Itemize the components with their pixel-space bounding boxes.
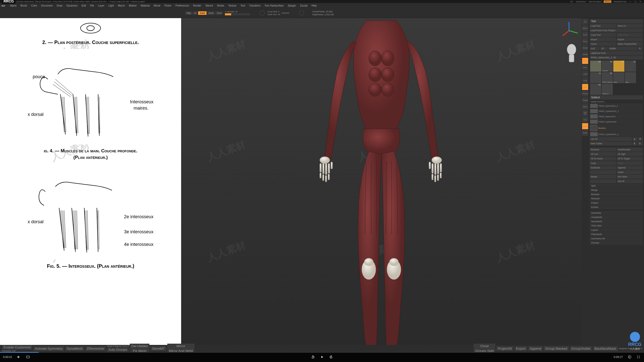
tool-thumb[interactable]: 13 — [590, 72, 601, 83]
menu-light[interactable]: Light — [107, 4, 115, 8]
current-tool[interactable]: PM3D_Sphere3D1_2. 50 — [590, 56, 643, 60]
tool-linefill[interactable]: Line Fill — [582, 110, 588, 116]
rename-btn[interactable]: Rename — [590, 148, 616, 152]
play-btn[interactable] — [319, 354, 325, 359]
preview-section[interactable]: Preview — [590, 241, 643, 245]
dynamic-toggle[interactable]: Dynamic — [281, 12, 289, 14]
boolean-section[interactable]: Boolean — [590, 192, 643, 196]
window-min-icon[interactable]: — — [629, 1, 632, 3]
geometry-section[interactable]: Geometry — [590, 211, 643, 215]
nav-cube[interactable] — [559, 21, 579, 41]
menu-tool[interactable]: Tool — [239, 4, 247, 8]
default-zscript[interactable]: DefaultZScript — [613, 1, 627, 3]
zremesher-btn[interactable]: ZRemesher — [85, 346, 106, 351]
menu-movie[interactable]: Movie — [152, 4, 162, 8]
menu-zscript[interactable]: Zscript — [298, 4, 309, 8]
zsub-mode[interactable]: Zsub — [207, 11, 215, 15]
nav-fwd-icon[interactable]: ▶ — [4, 4, 6, 7]
merge-section[interactable]: Merge — [590, 188, 643, 192]
storemt-btn[interactable]: StoreMT — [150, 346, 166, 351]
folder-icon[interactable] — [590, 125, 597, 131]
tool-lsym[interactable]: L.Sym — [582, 71, 588, 77]
tool-actual[interactable]: Actual — [582, 45, 588, 51]
menu-preferences[interactable]: Preferences — [174, 4, 190, 8]
geometryhd-section[interactable]: Geometry HD — [590, 237, 643, 241]
skip-fwd-btn[interactable]: 30 — [329, 354, 334, 359]
copy-subtool-btn[interactable]: Copy — [590, 161, 616, 165]
volume-icon[interactable] — [16, 354, 21, 359]
subtool-item[interactable]: PM3D_Cylinder3D1_2 — [590, 132, 643, 137]
zintensity-slider[interactable] — [225, 13, 250, 15]
tool-zoom[interactable]: Zoom — [582, 38, 588, 44]
tool-thumb[interactable]: Base — [625, 72, 636, 83]
menu-layer[interactable]: Layer — [97, 4, 106, 8]
tool-persp[interactable]: Persp — [582, 58, 588, 64]
menu-zplugin[interactable]: Zplugin — [286, 4, 298, 8]
tool-thumb[interactable]: R2Simple8 — [613, 61, 624, 72]
zadd-mode[interactable]: Zadd — [198, 11, 207, 15]
alltotarget-btn[interactable]: All To Target — [617, 157, 643, 161]
tool-lock[interactable]: Lock — [582, 77, 588, 83]
zcut-mode[interactable]: Zcut — [216, 11, 223, 15]
menu-macro[interactable]: Macro — [116, 4, 127, 8]
folder-down-icon[interactable]: ⬇ — [638, 142, 643, 146]
menu-stroke[interactable]: Stroke — [215, 4, 226, 8]
append-btn[interactable]: Append — [617, 166, 643, 170]
export-bottom-btn[interactable]: Export — [514, 346, 527, 351]
tool-3d[interactable]: 3D — [582, 19, 588, 25]
listall-up-icon[interactable]: ▲ — [632, 137, 637, 141]
subtool-item[interactable]: PM3D_Sphere3D1 — [590, 114, 643, 119]
menu-help[interactable]: Help — [310, 4, 318, 8]
resolution-value[interactable]: 120 — [12, 350, 15, 352]
backfacemask-btn[interactable]: BackfaceMask — [593, 346, 618, 351]
mirror-btn[interactable]: Mirror — [167, 344, 194, 348]
paste-subtool-btn[interactable]: Paste — [617, 161, 643, 165]
goz-btn[interactable]: GoZ — [590, 47, 600, 51]
tool-thumb[interactable]: R2Cylinder — [602, 61, 613, 72]
thickskin-section[interactable]: Thick Skin — [590, 224, 643, 228]
load-project-btn[interactable]: Load Tools From Project — [590, 28, 643, 32]
tool-thumb[interactable]: 13 — [625, 61, 636, 72]
tool-transp[interactable]: Transp — [582, 97, 588, 103]
tool-thumb[interactable]: R2PM3D_Sphere3 — [602, 72, 613, 83]
target-poly-value[interactable]: 5 — [128, 345, 129, 347]
save-as-btn[interactable]: Save As — [617, 24, 643, 28]
menu-stencil[interactable]: Stencil — [204, 4, 214, 8]
menu-brush[interactable]: Brush — [19, 4, 29, 8]
brush-icon[interactable] — [260, 11, 265, 16]
menu-edit[interactable]: Edit — [80, 4, 87, 8]
alllow-btn[interactable]: All Low — [590, 152, 616, 156]
listall-down-icon[interactable]: ▼ — [638, 137, 643, 141]
delhidden-btn[interactable]: Del Hidden — [130, 344, 149, 348]
export-btn[interactable]: Export — [617, 37, 643, 41]
menu-texture[interactable]: Texture — [227, 4, 238, 8]
fibermesh-section[interactable]: FiberMesh — [590, 232, 643, 236]
tool-pframe[interactable]: PFrame — [582, 90, 588, 97]
autogroups-btn[interactable]: Auto Groups — [107, 347, 129, 352]
skip-back-btn[interactable]: 10 — [310, 354, 315, 359]
autoreorder-btn[interactable]: AutoReorder — [617, 148, 643, 152]
append-bottom-btn[interactable]: Append — [528, 346, 543, 351]
menu-hardsurface[interactable]: Tom Hardsurface — [263, 4, 285, 8]
enable-customize-btn[interactable]: Enable Customize — [2, 345, 32, 350]
layers-section[interactable]: Layers — [590, 228, 643, 232]
goz-r-btn[interactable]: R — [638, 47, 643, 51]
close-btn[interactable]: Close — [474, 344, 495, 348]
fullscreen-icon[interactable] — [636, 354, 641, 359]
clone-btn[interactable]: Clone — [590, 42, 616, 46]
window-close-icon[interactable]: ✕ — [639, 1, 642, 3]
alltohome-btn[interactable]: All To Home — [590, 157, 616, 161]
tool-xpose[interactable]: Xpose — [582, 123, 588, 129]
menu-marker[interactable]: Marker — [127, 4, 138, 8]
drawsize-value[interactable]: 64 — [278, 13, 280, 16]
dynamesh-btn[interactable]: DynaMesh — [65, 346, 84, 351]
lightbox-btn[interactable]: Lightbox▸Tools — [590, 51, 643, 55]
folder-up-icon[interactable]: ⬆ — [632, 142, 637, 146]
copy-tool-btn[interactable]: Copy Tool — [590, 33, 616, 37]
load-tool-btn[interactable]: Load Tool — [590, 24, 616, 28]
tool-ghost[interactable]: Ghost — [582, 104, 588, 110]
duplicate-btn[interactable]: Duplicate — [590, 166, 616, 170]
tool-aahalf[interactable]: AAHalf — [582, 51, 588, 57]
subtool-header[interactable]: Subtool — [590, 95, 643, 100]
menu-picker[interactable]: Picker — [163, 4, 173, 8]
